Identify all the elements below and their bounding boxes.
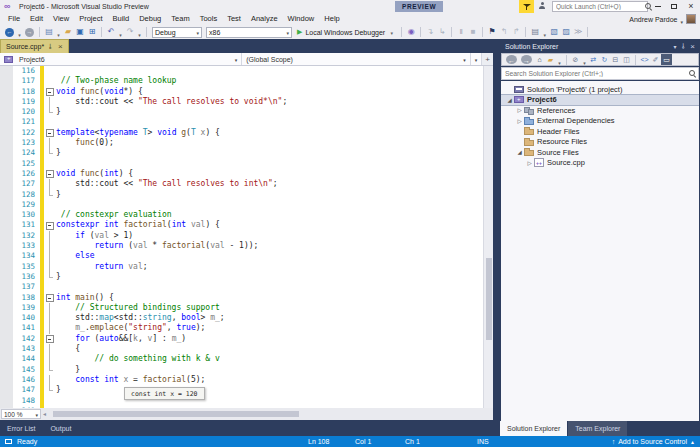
pending-changes-filter-icon[interactable]: ⊘ <box>570 54 581 65</box>
code-text[interactable]: } <box>56 107 483 117</box>
sync-with-active-document-icon[interactable]: ⇄ <box>588 54 599 65</box>
tab-solution-explorer[interactable]: Solution Explorer <box>500 421 567 436</box>
tab-team-explorer[interactable]: Team Explorer <box>568 421 627 436</box>
code-text[interactable] <box>56 396 483 406</box>
code-text[interactable] <box>56 200 483 210</box>
split-window-grip[interactable] <box>482 53 493 65</box>
code-text[interactable]: std::map<std::string, bool> m_; <box>56 313 483 323</box>
code-text[interactable]: m_.emplace("string", true); <box>56 323 483 333</box>
breakpoint-margin[interactable] <box>0 76 13 86</box>
code-line[interactable]: 138int main() { <box>0 293 483 303</box>
code-text[interactable]: func(0); <box>56 138 483 148</box>
close-tab-icon[interactable] <box>58 42 63 51</box>
breakpoint-margin[interactable] <box>0 220 13 230</box>
collapse-all-icon[interactable]: ⊟ <box>610 54 621 65</box>
breakpoint-margin[interactable] <box>0 323 13 333</box>
code-line[interactable]: 141 m_.emplace("string", true); <box>0 323 483 333</box>
output-window-icon[interactable] <box>5 439 12 444</box>
scroll-left-icon[interactable] <box>43 410 46 417</box>
member-dropdown[interactable] <box>471 53 483 65</box>
dropdown-caret-icon[interactable] <box>581 51 588 69</box>
outlining-collapse-icon[interactable] <box>44 169 56 179</box>
quick-launch-box[interactable] <box>552 1 648 12</box>
breakpoint-margin[interactable] <box>0 117 13 127</box>
code-text[interactable]: } <box>56 148 483 158</box>
expander-open-icon[interactable]: ◢ <box>505 97 514 103</box>
outlining-collapse-icon[interactable] <box>44 334 56 344</box>
breakpoint-margin[interactable] <box>0 251 13 261</box>
code-text[interactable]: template<typename T> void g(T x) { <box>56 128 483 138</box>
tree-item-external-dependencies[interactable]: ▷External Dependencies <box>501 116 699 127</box>
view-code-icon[interactable]: <> <box>639 54 650 65</box>
code-line[interactable]: 149 <box>0 406 483 408</box>
breakpoint-margin[interactable] <box>0 365 13 375</box>
tree-item-project6[interactable]: ◢Project6 <box>501 95 699 106</box>
menu-analyze[interactable]: Analyze <box>246 13 283 25</box>
pin-icon[interactable] <box>48 44 55 50</box>
start-debugging-button[interactable]: ▶Local Windows Debugger <box>294 28 398 36</box>
breakpoint-margin[interactable] <box>0 334 13 344</box>
navigate-forward-icon[interactable]: → <box>25 28 34 37</box>
switch-views-icon[interactable]: ▰ <box>545 54 556 65</box>
quick-launch-input[interactable] <box>553 2 644 10</box>
code-line[interactable]: 145 } <box>0 365 483 375</box>
expander-closed-icon[interactable]: ▷ <box>525 160 534 166</box>
se-forward-icon[interactable]: → <box>521 55 532 64</box>
step-over-icon[interactable]: ↳ <box>436 25 448 39</box>
properties-icon[interactable]: ✐ <box>650 54 661 65</box>
close-panel-icon[interactable] <box>690 42 695 51</box>
code-text[interactable]: } <box>56 365 483 375</box>
code-line[interactable]: 139 // Structured bindings support <box>0 303 483 313</box>
menu-tools[interactable]: Tools <box>195 13 223 25</box>
breakpoint-margin[interactable] <box>0 385 13 395</box>
menu-team[interactable]: Team <box>166 13 194 25</box>
code-text[interactable]: return (val * factorial(val - 1)); <box>56 241 483 251</box>
breakpoint-margin[interactable] <box>0 344 13 354</box>
menu-window[interactable]: Window <box>283 13 320 25</box>
vertical-scrollbar[interactable] <box>483 66 493 408</box>
breakpoint-margin[interactable] <box>0 97 13 107</box>
breakpoint-margin[interactable] <box>0 241 13 251</box>
code-line[interactable]: 129 <box>0 200 483 210</box>
minimize-button[interactable] <box>651 0 665 13</box>
project-dropdown[interactable]: Project6 <box>0 53 242 65</box>
dropdown-caret-icon[interactable] <box>286 29 289 36</box>
breakpoint-margin[interactable] <box>0 148 13 158</box>
navigate-backward-icon[interactable]: ← <box>5 28 14 37</box>
code-text[interactable]: for (auto&&[k, v] : m_) <box>56 334 483 344</box>
tab-output[interactable]: Output <box>50 425 71 432</box>
scrollbar-thumb[interactable] <box>486 258 492 340</box>
code-text[interactable] <box>56 117 483 127</box>
code-line[interactable]: 147} <box>0 385 483 395</box>
code-line[interactable]: 134 else <box>0 251 483 261</box>
dropdown-caret-icon[interactable] <box>556 51 563 69</box>
code-line[interactable]: 131constexpr int factorial(int val) { <box>0 220 483 230</box>
expander-closed-icon[interactable]: ▷ <box>515 107 524 113</box>
home-icon[interactable]: ⌂ <box>534 54 545 65</box>
tree-item-header-files[interactable]: Header Files <box>501 126 699 137</box>
save-icon[interactable]: ▣ <box>74 25 86 39</box>
add-to-source-control-button[interactable]: Add to Source Control <box>612 436 695 447</box>
tree-item-source-cpp[interactable]: ▷++Source.cpp <box>501 158 699 169</box>
code-text[interactable]: } <box>56 272 483 282</box>
code-text[interactable]: // constexpr evaluation <box>56 210 483 220</box>
breakpoint-margin[interactable] <box>0 159 13 169</box>
code-line[interactable]: 121 <box>0 117 483 127</box>
step-into-icon[interactable]: ↴ <box>424 25 436 39</box>
feedback-button[interactable] <box>538 2 549 12</box>
close-button[interactable] <box>684 0 698 13</box>
indent-icon[interactable]: ≫ <box>572 25 584 39</box>
solution-explorer-search-input[interactable] <box>502 69 688 78</box>
comment-out-icon[interactable]: ▧ <box>548 25 560 39</box>
menu-help[interactable]: Help <box>319 13 344 25</box>
uncomment-icon[interactable]: ▨ <box>560 25 572 39</box>
notifications-flag-button[interactable] <box>519 0 534 13</box>
avatar[interactable] <box>686 14 696 24</box>
code-line[interactable]: 130 // constexpr evaluation <box>0 210 483 220</box>
save-all-icon[interactable]: ⊞ <box>86 25 98 39</box>
open-file-icon[interactable]: ▰ <box>62 25 74 39</box>
code-text[interactable]: return val; <box>56 262 483 272</box>
code-line[interactable]: 119 std::cout << "The call resolves to v… <box>0 97 483 107</box>
code-text[interactable] <box>56 159 483 169</box>
expander-closed-icon[interactable]: ▷ <box>515 118 524 124</box>
